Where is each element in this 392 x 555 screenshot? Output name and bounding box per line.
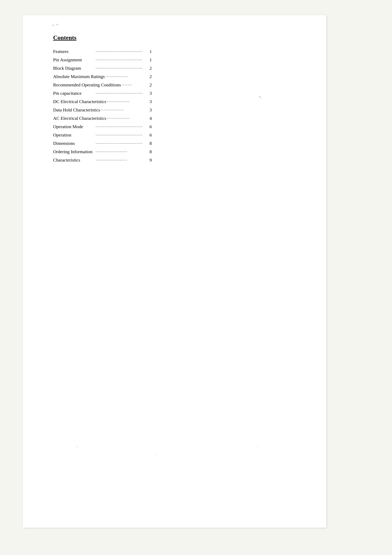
side-decorative-mark: ÷.	[259, 95, 262, 99]
toc-row: AC Electrical Characteristics···········…	[53, 115, 152, 122]
toc-row: Dimensions······························…	[53, 140, 152, 147]
toc-label: Recommended Operating Conditions	[53, 81, 121, 88]
toc-row: Absolute Maximum Ratings···············2	[53, 73, 152, 80]
toc-page-number: 3	[146, 98, 152, 105]
toc-dots: ·······························	[95, 123, 146, 130]
toc-dots: ·······························	[95, 56, 146, 63]
corner-decorative-mark: ÷ ÷	[52, 22, 58, 28]
toc-row: Operation Mode··························…	[53, 123, 152, 130]
toc-dots: ·····················	[95, 157, 146, 163]
toc-dots: ·····················	[95, 148, 146, 155]
toc-dots: ·······························	[95, 65, 146, 72]
toc-row: Operation·······························…	[53, 131, 152, 138]
toc-row: Block Diagram···························…	[53, 65, 152, 72]
toc-page-number: 6	[146, 131, 152, 138]
toc-row: Features·······························1	[53, 48, 152, 55]
toc-dots: ···············	[100, 107, 146, 113]
toc-page-number: 2	[146, 65, 152, 72]
toc-page-number: 1	[146, 48, 152, 55]
toc-row: DC Electrical Characteristics···········…	[53, 98, 152, 105]
toc-page-number: 3	[146, 107, 152, 113]
toc-row: Recommended Operating Conditions·······2	[53, 81, 152, 88]
toc-label: Block Diagram	[53, 65, 95, 72]
toc-label: Characteristics	[53, 157, 95, 163]
toc-page-number: 1	[146, 56, 152, 63]
toc-row: Characteristics·····················9	[53, 157, 152, 163]
toc-label: Absolute Maximum Ratings	[53, 73, 105, 80]
toc-dots: ·······························	[95, 140, 146, 147]
toc-dots: ···············	[106, 115, 146, 122]
toc-row: Pin Assignment··························…	[53, 56, 152, 63]
toc-label: Pin capacitance	[53, 90, 95, 97]
toc-dots: ···············	[105, 73, 146, 80]
page: ÷ ÷ Contents Features···················…	[23, 15, 326, 528]
toc-label: Data Hold Characteristics	[53, 107, 100, 113]
toc-page-number: 3	[146, 90, 152, 97]
page-title: Contents	[53, 34, 307, 41]
toc-label: Operation Mode	[53, 123, 95, 130]
toc-label: Ordering Information	[53, 148, 95, 155]
toc-dots: ·······························	[95, 90, 146, 97]
toc-label: Dimensions	[53, 140, 95, 147]
toc-label: DC Electrical Characteristics	[53, 98, 106, 105]
toc-page-number: 8	[146, 148, 152, 155]
bottom-decorative-mark-right: .	[257, 444, 258, 448]
toc-page-number: 4	[146, 115, 152, 122]
toc-label: Features	[53, 48, 95, 55]
table-of-contents: Features·······························1…	[53, 48, 152, 163]
toc-row: Pin capacitance·························…	[53, 90, 152, 97]
bottom-decorative-mark-left: . .	[76, 444, 79, 448]
toc-page-number: 9	[146, 157, 152, 163]
bottom-decorative-mark-mid: .	[156, 452, 157, 456]
toc-row: Data Hold Characteristics···············…	[53, 107, 152, 113]
toc-dots: ···············	[106, 98, 146, 105]
toc-dots: ·······	[121, 81, 146, 88]
toc-page-number: 2	[146, 73, 152, 80]
toc-dots: ·······························	[95, 48, 146, 55]
toc-page-number: 8	[146, 140, 152, 147]
toc-label: AC Electrical Characteristics	[53, 115, 106, 122]
toc-row: Ordering Information····················…	[53, 148, 152, 155]
toc-page-number: 2	[146, 81, 152, 88]
toc-dots: ·······························	[95, 131, 146, 138]
toc-label: Operation	[53, 131, 95, 138]
toc-page-number: 6	[146, 123, 152, 130]
toc-label: Pin Assignment	[53, 56, 95, 63]
